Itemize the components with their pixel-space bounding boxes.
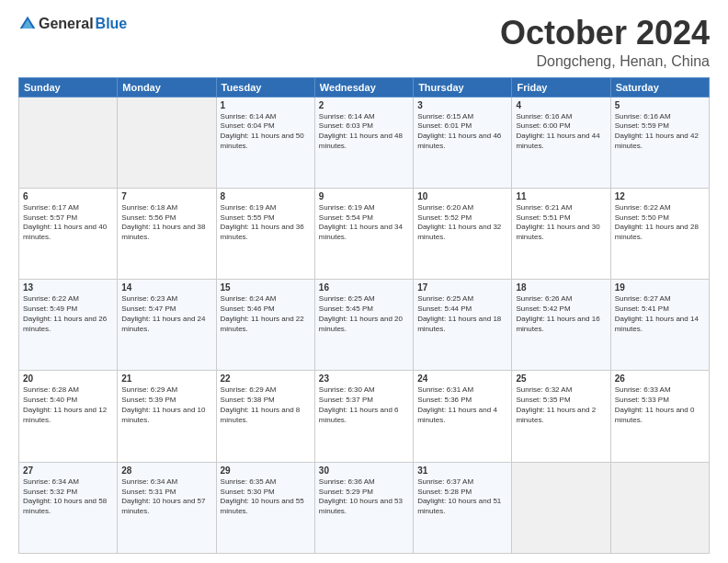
- calendar-cell: 18Sunrise: 6:26 AM Sunset: 5:42 PM Dayli…: [512, 280, 610, 371]
- day-number: 22: [221, 373, 311, 384]
- calendar-table: SundayMondayTuesdayWednesdayThursdayFrid…: [18, 77, 710, 554]
- calendar-cell: [512, 462, 610, 553]
- day-detail: Sunrise: 6:27 AM Sunset: 5:41 PM Dayligh…: [615, 294, 705, 334]
- day-number: 13: [23, 282, 113, 293]
- calendar-header-row: SundayMondayTuesdayWednesdayThursdayFrid…: [19, 77, 710, 97]
- day-number: 10: [417, 191, 507, 201]
- day-detail: Sunrise: 6:22 AM Sunset: 5:49 PM Dayligh…: [23, 294, 113, 334]
- day-detail: Sunrise: 6:19 AM Sunset: 5:54 PM Dayligh…: [319, 203, 409, 243]
- day-number: 8: [221, 191, 311, 201]
- day-number: 26: [615, 373, 705, 384]
- day-detail: Sunrise: 6:20 AM Sunset: 5:52 PM Dayligh…: [417, 203, 507, 243]
- day-number: 20: [23, 373, 113, 384]
- calendar-week-2: 6Sunrise: 6:17 AM Sunset: 5:57 PM Daylig…: [19, 188, 710, 279]
- day-detail: Sunrise: 6:26 AM Sunset: 5:42 PM Dayligh…: [516, 294, 606, 334]
- day-detail: Sunrise: 6:36 AM Sunset: 5:29 PM Dayligh…: [319, 477, 409, 517]
- day-detail: Sunrise: 6:22 AM Sunset: 5:50 PM Dayligh…: [615, 203, 705, 243]
- calendar-cell: 13Sunrise: 6:22 AM Sunset: 5:49 PM Dayli…: [19, 280, 118, 371]
- calendar-cell: 29Sunrise: 6:35 AM Sunset: 5:30 PM Dayli…: [216, 462, 314, 553]
- day-header-tuesday: Tuesday: [216, 77, 314, 97]
- day-detail: Sunrise: 6:18 AM Sunset: 5:56 PM Dayligh…: [121, 203, 211, 243]
- calendar-cell: 4Sunrise: 6:16 AM Sunset: 6:00 PM Daylig…: [512, 97, 610, 188]
- location: Dongcheng, Henan, China: [500, 53, 710, 70]
- day-detail: Sunrise: 6:23 AM Sunset: 5:47 PM Dayligh…: [121, 294, 211, 334]
- day-detail: Sunrise: 6:28 AM Sunset: 5:40 PM Dayligh…: [23, 385, 113, 425]
- day-number: 11: [516, 191, 606, 201]
- day-header-thursday: Thursday: [414, 77, 512, 97]
- day-number: 28: [121, 465, 211, 476]
- calendar-cell: 16Sunrise: 6:25 AM Sunset: 5:45 PM Dayli…: [314, 280, 413, 371]
- calendar-cell: 20Sunrise: 6:28 AM Sunset: 5:40 PM Dayli…: [19, 371, 118, 462]
- day-detail: Sunrise: 6:16 AM Sunset: 5:59 PM Dayligh…: [615, 112, 705, 152]
- day-number: 16: [319, 282, 409, 293]
- day-number: 4: [516, 100, 606, 110]
- calendar-week-5: 27Sunrise: 6:34 AM Sunset: 5:32 PM Dayli…: [19, 462, 710, 553]
- day-header-monday: Monday: [118, 77, 216, 97]
- calendar-cell: 10Sunrise: 6:20 AM Sunset: 5:52 PM Dayli…: [414, 188, 512, 279]
- day-detail: Sunrise: 6:19 AM Sunset: 5:55 PM Dayligh…: [221, 203, 311, 243]
- calendar-week-1: 1Sunrise: 6:14 AM Sunset: 6:04 PM Daylig…: [19, 97, 710, 188]
- day-detail: Sunrise: 6:25 AM Sunset: 5:45 PM Dayligh…: [319, 294, 409, 334]
- calendar-cell: 26Sunrise: 6:33 AM Sunset: 5:33 PM Dayli…: [610, 371, 709, 462]
- calendar-cell: 11Sunrise: 6:21 AM Sunset: 5:51 PM Dayli…: [512, 188, 610, 279]
- logo-icon: [18, 15, 37, 33]
- calendar-cell: 8Sunrise: 6:19 AM Sunset: 5:55 PM Daylig…: [216, 188, 314, 279]
- day-number: 25: [516, 373, 606, 384]
- day-detail: Sunrise: 6:32 AM Sunset: 5:35 PM Dayligh…: [516, 385, 606, 425]
- day-detail: Sunrise: 6:16 AM Sunset: 6:00 PM Dayligh…: [516, 112, 606, 152]
- calendar-cell: 15Sunrise: 6:24 AM Sunset: 5:46 PM Dayli…: [216, 280, 314, 371]
- title-area: October 2024 Dongcheng, Henan, China: [500, 15, 710, 70]
- day-header-sunday: Sunday: [19, 77, 118, 97]
- day-number: 2: [319, 100, 409, 110]
- logo-blue-text: Blue: [96, 16, 128, 32]
- calendar-cell: 3Sunrise: 6:15 AM Sunset: 6:01 PM Daylig…: [414, 97, 512, 188]
- day-number: 12: [615, 191, 705, 201]
- calendar-cell: 1Sunrise: 6:14 AM Sunset: 6:04 PM Daylig…: [216, 97, 314, 188]
- logo: General Blue: [18, 15, 127, 33]
- day-detail: Sunrise: 6:21 AM Sunset: 5:51 PM Dayligh…: [516, 203, 606, 243]
- day-header-saturday: Saturday: [610, 77, 709, 97]
- day-number: 1: [221, 100, 311, 110]
- calendar-cell: 7Sunrise: 6:18 AM Sunset: 5:56 PM Daylig…: [118, 188, 216, 279]
- calendar-cell: 6Sunrise: 6:17 AM Sunset: 5:57 PM Daylig…: [19, 188, 118, 279]
- day-number: 3: [417, 100, 507, 110]
- calendar-week-3: 13Sunrise: 6:22 AM Sunset: 5:49 PM Dayli…: [19, 280, 710, 371]
- day-detail: Sunrise: 6:17 AM Sunset: 5:57 PM Dayligh…: [23, 203, 113, 243]
- calendar-cell: [19, 97, 118, 188]
- calendar-cell: 27Sunrise: 6:34 AM Sunset: 5:32 PM Dayli…: [19, 462, 118, 553]
- day-detail: Sunrise: 6:14 AM Sunset: 6:03 PM Dayligh…: [319, 112, 409, 152]
- calendar-cell: 14Sunrise: 6:23 AM Sunset: 5:47 PM Dayli…: [118, 280, 216, 371]
- calendar-cell: 22Sunrise: 6:29 AM Sunset: 5:38 PM Dayli…: [216, 371, 314, 462]
- day-number: 18: [516, 282, 606, 293]
- day-number: 7: [121, 191, 211, 201]
- calendar-cell: 19Sunrise: 6:27 AM Sunset: 5:41 PM Dayli…: [610, 280, 709, 371]
- day-detail: Sunrise: 6:31 AM Sunset: 5:36 PM Dayligh…: [417, 385, 507, 425]
- day-detail: Sunrise: 6:29 AM Sunset: 5:38 PM Dayligh…: [221, 385, 311, 425]
- day-number: 6: [23, 191, 113, 201]
- day-header-wednesday: Wednesday: [314, 77, 413, 97]
- calendar-cell: 24Sunrise: 6:31 AM Sunset: 5:36 PM Dayli…: [414, 371, 512, 462]
- day-detail: Sunrise: 6:34 AM Sunset: 5:31 PM Dayligh…: [121, 477, 211, 517]
- day-number: 24: [417, 373, 507, 384]
- day-number: 17: [417, 282, 507, 293]
- calendar-cell: 5Sunrise: 6:16 AM Sunset: 5:59 PM Daylig…: [610, 97, 709, 188]
- calendar-page: General Blue October 2024 Dongcheng, Hen…: [0, 0, 728, 563]
- day-number: 5: [615, 100, 705, 110]
- day-header-friday: Friday: [512, 77, 610, 97]
- calendar-cell: 25Sunrise: 6:32 AM Sunset: 5:35 PM Dayli…: [512, 371, 610, 462]
- calendar-cell: 28Sunrise: 6:34 AM Sunset: 5:31 PM Dayli…: [118, 462, 216, 553]
- day-number: 14: [121, 282, 211, 293]
- day-detail: Sunrise: 6:37 AM Sunset: 5:28 PM Dayligh…: [417, 477, 507, 517]
- day-number: 30: [319, 465, 409, 476]
- day-number: 19: [615, 282, 705, 293]
- day-number: 9: [319, 191, 409, 201]
- calendar-cell: 23Sunrise: 6:30 AM Sunset: 5:37 PM Dayli…: [314, 371, 413, 462]
- calendar-cell: 21Sunrise: 6:29 AM Sunset: 5:39 PM Dayli…: [118, 371, 216, 462]
- day-detail: Sunrise: 6:24 AM Sunset: 5:46 PM Dayligh…: [221, 294, 311, 334]
- day-number: 23: [319, 373, 409, 384]
- day-number: 29: [221, 465, 311, 476]
- day-detail: Sunrise: 6:29 AM Sunset: 5:39 PM Dayligh…: [121, 385, 211, 425]
- logo-general-text: General: [39, 16, 94, 32]
- header: General Blue October 2024 Dongcheng, Hen…: [18, 15, 710, 70]
- calendar-cell: 31Sunrise: 6:37 AM Sunset: 5:28 PM Dayli…: [414, 462, 512, 553]
